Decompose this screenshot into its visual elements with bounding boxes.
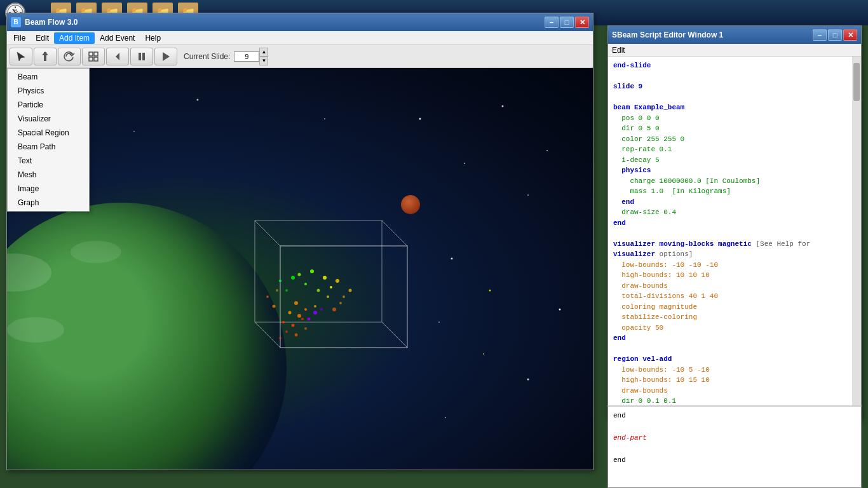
toolbar-pause-btn[interactable] [130,48,153,65]
toolbar-rotate-btn[interactable] [58,48,81,65]
svg-rect-12 [94,52,98,56]
planet-visual [401,195,420,214]
script-editor-window: S Beam Script Editor Window 1 – □ ✕ Edit… [607,25,862,419]
svg-marker-15 [116,53,119,60]
slide-number-input[interactable] [234,51,259,62]
dropdown-item-spacial-region[interactable]: Spacial Region [8,126,89,140]
dropdown-item-graph[interactable]: Graph [8,196,89,210]
dropdown-item-beam-path[interactable]: Beam Path [8,140,89,154]
svg-text:12: 12 [14,8,17,11]
toolbar-grid-btn[interactable] [82,48,105,65]
window-controls: – □ ✕ [545,17,589,28]
close-button[interactable]: ✕ [575,17,589,28]
menu-file[interactable]: File [8,32,31,44]
svg-rect-17 [142,53,145,60]
script-line-dir: dir 0 5 0 [613,123,856,134]
current-slide-label: Current Slide: [184,52,230,61]
script-line-blank-2 [613,92,856,103]
slide-down-btn[interactable]: ▼ [259,57,268,65]
script-line-end-physics: end [613,197,856,208]
script-icon: S [612,30,617,39]
script-bottom-line-blank2 [613,444,856,456]
script-line-color: color 255 255 0 [613,134,856,145]
script-line-visualizer: visualizer moving-blocks magnetic [See H… [613,239,856,260]
script-line-high-bounds-2: high-bounds: 10 15 10 [613,375,856,386]
svg-rect-14 [94,57,98,61]
script-line-draw-bounds-2: draw-bounds [613,386,856,396]
script-line-draw-bounds-1: draw-bounds [613,281,856,292]
script-editor-content[interactable]: end-slide slide 9 beam Example_beam pos … [608,57,861,406]
script-line-stabilize: stabilize-coloring [613,312,856,323]
main-window-title: Beam Flow 3.0 [25,18,78,27]
dropdown-item-beam[interactable]: Beam [8,70,89,84]
svg-rect-16 [139,53,141,60]
script-window-controls: – □ ✕ [813,29,857,41]
script-line-beam: beam Example_beam [613,102,856,113]
dropdown-item-visualizer[interactable]: Visualizer [8,112,89,126]
svg-marker-10 [42,51,48,55]
script-scrollbar-thumb[interactable] [853,63,860,101]
main-window-titlebar: B Beam Flow 3.0 – □ ✕ [7,13,593,31]
script-line-blank-1 [613,71,856,82]
viewport: Beam Physics Particle Visualizer Spacial… [7,68,593,470]
script-line-region: region vel-add [613,354,856,365]
script-line-drawsize: draw-size 0.4 [613,207,856,218]
script-bottom-panel: end end-part end [607,405,862,488]
svg-marker-18 [163,52,170,61]
script-line-reprate: rep-rate 0.1 [613,144,856,155]
menu-edit[interactable]: Edit [31,32,54,44]
script-line-end-vis: end [613,333,856,344]
script-line-idecay: i-decay 5 [613,155,856,166]
script-menu-edit[interactable]: Edit [612,46,625,55]
script-line-blank-3 [613,228,856,239]
script-line-physics: physics [613,165,856,176]
script-line-slide9: slide 9 [613,81,856,92]
script-line-end-beam: end [613,218,856,229]
script-line-end-slide-1: end-slide [613,60,856,71]
script-minimize-btn[interactable]: – [813,29,827,41]
script-close-btn[interactable]: ✕ [843,29,857,41]
script-editor-titlebar: S Beam Script Editor Window 1 – □ ✕ [608,26,861,44]
app-icon: B [11,17,21,27]
script-line-opacity: opacity 50 [613,323,856,334]
dropdown-item-particle[interactable]: Particle [8,98,89,112]
script-bottom-line-blank [613,422,856,433]
menu-help[interactable]: Help [140,32,166,44]
script-line-blank-4 [613,344,856,355]
toolbar-select-btn[interactable] [10,48,32,65]
toolbar-back-btn[interactable] [106,48,129,65]
script-scrollbar[interactable] [852,57,861,419]
script-line-dir-region: dir 0 0.1 0.1 [613,396,856,406]
script-line-total-div: total-divisions 40 1 40 [613,291,856,302]
script-editor-title: Beam Script Editor Window 1 [617,30,723,39]
script-line-charge: charge 10000000.0 [In Coulombs] [613,176,856,187]
script-line-low-bounds-1: low-bounds: -10 -10 -10 [613,260,856,271]
script-line-mass: mass 1.0 [In Kilograms] [613,186,856,197]
slide-up-btn[interactable]: ▲ [259,48,268,57]
svg-rect-11 [89,52,93,56]
toolbar-play-btn[interactable] [154,48,177,65]
main-window: B Beam Flow 3.0 – □ ✕ File Edit Add Item… [6,13,593,470]
menu-add-item[interactable]: Add Item [54,32,95,44]
maximize-button[interactable]: □ [560,17,574,28]
script-maximize-btn[interactable]: □ [828,29,842,41]
script-line-pos: pos 0 0 0 [613,113,856,124]
slide-spinners: ▲ ▼ [259,48,268,65]
toolbar-arrow-btn[interactable] [34,48,57,65]
svg-rect-13 [89,57,93,61]
script-line-coloring: coloring magnitude [613,302,856,313]
script-bottom-line-endpart: end-part [613,433,856,444]
toolbar: Current Slide: ▲ ▼ [7,45,593,68]
minimize-button[interactable]: – [545,17,559,28]
add-item-dropdown: Beam Physics Particle Visualizer Spacial… [7,68,90,212]
dropdown-item-physics[interactable]: Physics [8,84,89,98]
menu-add-event[interactable]: Add Event [95,32,140,44]
dropdown-item-mesh[interactable]: Mesh [8,168,89,182]
dropdown-item-image[interactable]: Image [8,182,89,196]
script-editor-menubar: Edit [608,44,861,57]
dropdown-item-text[interactable]: Text [8,154,89,168]
script-line-high-bounds-1: high-bounds: 10 10 10 [613,270,856,281]
script-line-low-bounds-2: low-bounds: -10 5 -10 [613,365,856,376]
menu-bar: File Edit Add Item Add Event Help [7,31,593,45]
script-bottom-line-end: end [613,410,856,422]
